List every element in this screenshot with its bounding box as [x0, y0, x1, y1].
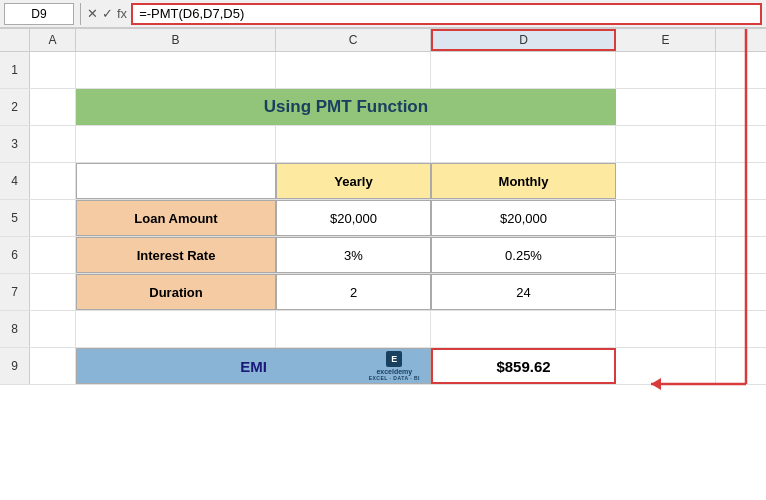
cancel-icon[interactable]: ✕ — [87, 6, 98, 21]
cell-c4-yearly[interactable]: Yearly — [276, 163, 431, 199]
row-4: 4 Yearly Monthly — [0, 163, 766, 200]
title-text: Using PMT Function — [264, 97, 428, 117]
col-header-a[interactable]: A — [30, 29, 76, 51]
cell-b6-label[interactable]: Interest Rate — [76, 237, 276, 273]
loan-amount-yearly: $20,000 — [330, 211, 377, 226]
cell-a2[interactable] — [30, 89, 76, 125]
row-num-7: 7 — [0, 274, 30, 310]
col-header-b[interactable]: B — [76, 29, 276, 51]
logo-name: exceldemy — [376, 368, 412, 375]
row-5: 5 Loan Amount $20,000 $20,000 — [0, 200, 766, 237]
title-cell: Using PMT Function — [76, 89, 616, 125]
row-num-5: 5 — [0, 200, 30, 236]
cell-a6[interactable] — [30, 237, 76, 273]
loan-amount-monthly: $20,000 — [500, 211, 547, 226]
cell-a7[interactable] — [30, 274, 76, 310]
row-8: 8 — [0, 311, 766, 348]
interest-rate-monthly: 0.25% — [505, 248, 542, 263]
cell-e3[interactable] — [616, 126, 716, 162]
col-header-e[interactable]: E — [616, 29, 716, 51]
app-container: D9 ✕ ✓ fx =-PMT(D6,D7,D5) A B C D E 1 — [0, 0, 766, 385]
row-7: 7 Duration 2 24 — [0, 274, 766, 311]
cell-d6-monthly[interactable]: 0.25% — [431, 237, 616, 273]
duration-label: Duration — [149, 285, 202, 300]
confirm-icon[interactable]: ✓ — [102, 6, 113, 21]
formula-divider — [80, 3, 81, 25]
row-1: 1 — [0, 52, 766, 89]
cell-a4[interactable] — [30, 163, 76, 199]
emi-value-text: $859.62 — [496, 358, 550, 375]
col-header-c[interactable]: C — [276, 29, 431, 51]
cell-d4-monthly[interactable]: Monthly — [431, 163, 616, 199]
emi-value-cell[interactable]: $859.62 — [431, 348, 616, 384]
cell-d5-monthly[interactable]: $20,000 — [431, 200, 616, 236]
cell-e2[interactable] — [616, 89, 716, 125]
interest-rate-yearly: 3% — [344, 248, 363, 263]
cell-b4[interactable] — [76, 163, 276, 199]
row-num-9: 9 — [0, 348, 30, 384]
monthly-header: Monthly — [499, 174, 549, 189]
cell-c7-yearly[interactable]: 2 — [276, 274, 431, 310]
formula-text: =-PMT(D6,D7,D5) — [139, 6, 244, 21]
formula-bar: D9 ✕ ✓ fx =-PMT(D6,D7,D5) — [0, 0, 766, 28]
cell-c5-yearly[interactable]: $20,000 — [276, 200, 431, 236]
logo-icon: E — [386, 351, 402, 367]
cell-b8[interactable] — [76, 311, 276, 347]
cell-c8[interactable] — [276, 311, 431, 347]
row-num-4: 4 — [0, 163, 30, 199]
cell-a1[interactable] — [30, 52, 76, 88]
cell-b1[interactable] — [76, 52, 276, 88]
row-9: 9 EMI E exceldemy EXCEL · DATA · BI $859… — [0, 348, 766, 385]
cell-d8[interactable] — [431, 311, 616, 347]
cell-b3[interactable] — [76, 126, 276, 162]
loan-amount-label: Loan Amount — [134, 211, 217, 226]
column-headers: A B C D E — [0, 29, 766, 52]
formula-input[interactable]: =-PMT(D6,D7,D5) — [131, 3, 762, 25]
cell-e9[interactable] — [616, 348, 716, 384]
emi-label-cell: EMI E exceldemy EXCEL · DATA · BI — [76, 348, 431, 384]
row-num-8: 8 — [0, 311, 30, 347]
row-num-3: 3 — [0, 126, 30, 162]
cell-e8[interactable] — [616, 311, 716, 347]
row-num-2: 2 — [0, 89, 30, 125]
duration-yearly: 2 — [350, 285, 357, 300]
exceldemy-logo: E exceldemy EXCEL · DATA · BI — [369, 351, 420, 381]
cell-d1[interactable] — [431, 52, 616, 88]
formula-icons: ✕ ✓ fx — [87, 6, 127, 21]
cell-e4[interactable] — [616, 163, 716, 199]
cell-d7-monthly[interactable]: 24 — [431, 274, 616, 310]
cell-a5[interactable] — [30, 200, 76, 236]
cell-c3[interactable] — [276, 126, 431, 162]
cell-a3[interactable] — [30, 126, 76, 162]
row-num-6: 6 — [0, 237, 30, 273]
duration-monthly: 24 — [516, 285, 530, 300]
yearly-header: Yearly — [334, 174, 372, 189]
cell-c6-yearly[interactable]: 3% — [276, 237, 431, 273]
cell-a9[interactable] — [30, 348, 76, 384]
cell-e6[interactable] — [616, 237, 716, 273]
fx-icon[interactable]: fx — [117, 6, 127, 21]
cell-ref-label: D9 — [31, 7, 46, 21]
cell-reference-box[interactable]: D9 — [4, 3, 74, 25]
cell-c1[interactable] — [276, 52, 431, 88]
emi-label-text: EMI — [240, 358, 267, 375]
col-header-d[interactable]: D — [431, 29, 616, 51]
row-6: 6 Interest Rate 3% 0.25% — [0, 237, 766, 274]
cell-b7-label[interactable]: Duration — [76, 274, 276, 310]
interest-rate-label: Interest Rate — [137, 248, 216, 263]
cell-e1[interactable] — [616, 52, 716, 88]
cell-b5-label[interactable]: Loan Amount — [76, 200, 276, 236]
row-2: 2 Using PMT Function — [0, 89, 766, 126]
row-num-header-spacer — [0, 29, 30, 51]
row-3: 3 — [0, 126, 766, 163]
cell-d3[interactable] — [431, 126, 616, 162]
cell-e7[interactable] — [616, 274, 716, 310]
spreadsheet: A B C D E 1 2 Using PMT Function 3 — [0, 28, 766, 385]
logo-sub: EXCEL · DATA · BI — [369, 375, 420, 381]
row-num-1: 1 — [0, 52, 30, 88]
cell-a8[interactable] — [30, 311, 76, 347]
cell-e5[interactable] — [616, 200, 716, 236]
